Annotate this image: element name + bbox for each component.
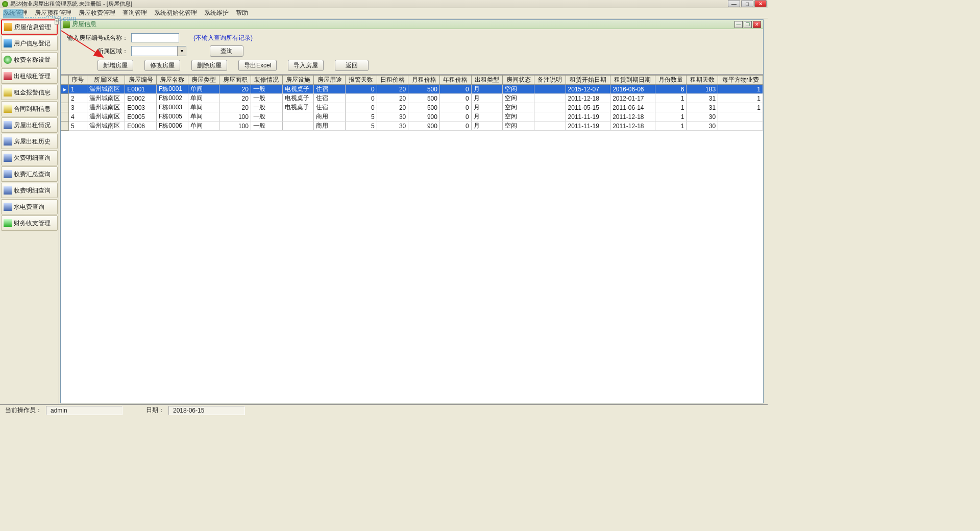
cell: 31 [687, 103, 718, 112]
cell: 1 [655, 94, 687, 103]
cell: 30 [377, 112, 408, 122]
cell: 2011-12-18 [610, 112, 655, 122]
sidebar-item-fee-summary[interactable]: 收费汇总查询 [1, 166, 58, 182]
menu-fee[interactable]: 房屋收费管理 [79, 9, 115, 17]
cell: 20 [219, 94, 251, 103]
col-header[interactable]: 月份数量 [655, 76, 687, 85]
col-header[interactable]: 出租类型 [471, 76, 503, 85]
cell: 500 [408, 94, 440, 103]
menu-query[interactable]: 查询管理 [122, 9, 147, 17]
sidebar-item-rent-alarm[interactable]: 租金报警信息 [1, 85, 58, 100]
cell: 0 [439, 122, 471, 131]
rent-icon [4, 72, 12, 80]
sidebar-item-arrears-detail[interactable]: 欠费明细查询 [1, 150, 58, 165]
table-row[interactable]: 5温州城南区E0006F栋0006单间100一般商用5309000月空闲2011… [61, 122, 763, 131]
sidebar-item-rent-renew[interactable]: 出租续租管理 [1, 68, 58, 84]
menu-prerent[interactable]: 房屋预租管理 [35, 9, 71, 17]
col-header[interactable]: 房屋类型 [188, 76, 219, 85]
menu-help[interactable]: 帮助 [236, 9, 248, 17]
add-house-button[interactable]: 新增房屋 [97, 60, 133, 71]
table-row[interactable]: 3温州城南区E0003F栋0003单间20一般电视桌子住宿0205000月空闲2… [61, 103, 763, 112]
cell: 2015-12-07 [566, 85, 610, 94]
cell: 一般 [251, 103, 282, 112]
col-header[interactable]: 房屋编号 [125, 76, 157, 85]
col-header[interactable]: 日租价格 [377, 76, 408, 85]
sidebar-item-rent-history[interactable]: 房屋出租历史 [1, 134, 58, 149]
menu-maintain[interactable]: 系统维护 [204, 9, 229, 17]
cell: 单间 [188, 103, 219, 112]
cell: 5 [345, 112, 377, 122]
child-minimize-button[interactable]: — [734, 21, 743, 28]
cell [534, 112, 566, 122]
cell: 月 [471, 103, 503, 112]
cell [534, 103, 566, 112]
table-wrap[interactable]: 序号所属区域房屋编号房屋名称房屋类型房屋面积装修情况房屋设施房屋用途报警天数日租… [61, 75, 763, 403]
minimize-button[interactable]: — [728, 0, 740, 7]
window-title: 易达物业房屋出租管理系统 未注册版 - [房屋信息] [10, 0, 132, 8]
cell: 0 [345, 103, 377, 112]
col-header[interactable]: 装修情况 [251, 76, 282, 85]
cell: 空闲 [503, 103, 534, 112]
col-header[interactable]: 序号 [69, 76, 87, 85]
sidebar-item-house-info[interactable]: 房屋信息管理 [1, 19, 58, 35]
col-header[interactable]: 房屋面积 [219, 76, 251, 85]
cell: 3 [69, 103, 87, 112]
child-restore-button[interactable]: ❐ [744, 21, 752, 28]
col-header[interactable]: 备注说明 [534, 76, 566, 85]
table-row[interactable]: 1温州城南区E0001F栋0001单间20一般电视桌子住宿0205000月空闲2… [61, 85, 763, 94]
sidebar-item-label: 用户信息登记 [14, 39, 51, 48]
col-header[interactable]: 报警天数 [345, 76, 377, 85]
col-header[interactable]: 租赁开始日期 [566, 76, 610, 85]
col-header[interactable]: 所属区域 [87, 76, 125, 85]
export-excel-button[interactable]: 导出Excel [238, 60, 277, 71]
sidebar-item-finance[interactable]: 财务收支管理 [1, 215, 58, 231]
col-header[interactable]: 每平方物业费 [718, 76, 763, 85]
table-row[interactable]: 2温州城南区E0002F栋0002单间20一般电视桌子住宿0205000月空闲2… [61, 94, 763, 103]
cell: 2011-11-19 [566, 112, 610, 122]
sidebar-item-fee-name[interactable]: 收费名称设置 [1, 52, 58, 67]
cell: 20 [219, 85, 251, 94]
house-code-input[interactable] [131, 33, 179, 42]
col-header[interactable]: 月租价格 [408, 76, 440, 85]
sidebar-item-utility[interactable]: 水电费查询 [1, 199, 58, 214]
sidebar-item-fee-detail[interactable]: 收费明细查询 [1, 183, 58, 198]
delete-house-button[interactable]: 删除房屋 [191, 60, 227, 71]
col-header[interactable]: 房屋设施 [282, 76, 314, 85]
sidebar-collapse-handle[interactable]: « [55, 18, 59, 25]
return-button[interactable]: 返回 [335, 60, 369, 71]
sidebar-item-contract-expire[interactable]: 合同到期信息 [1, 101, 58, 116]
sidebar-item-label: 水电费查询 [14, 203, 44, 211]
document-icon [4, 137, 12, 146]
sidebar-item-user-register[interactable]: 用户信息登记 [1, 36, 58, 51]
cell: 月 [471, 122, 503, 131]
row-indicator [61, 112, 69, 122]
col-header[interactable]: 房屋用途 [314, 76, 346, 85]
col-header[interactable]: 房间状态 [503, 76, 534, 85]
col-header[interactable]: 年租价格 [439, 76, 471, 85]
cell: F栋0002 [157, 94, 188, 103]
name-label: 输入房屋编号或名称： [67, 34, 128, 42]
child-title-text: 房屋信息 [72, 20, 96, 29]
close-button[interactable]: ✕ [754, 0, 767, 7]
area-combo[interactable] [131, 46, 186, 56]
menu-init[interactable]: 系统初始化管理 [154, 9, 197, 17]
row-indicator [61, 103, 69, 112]
cell: 商用 [314, 122, 346, 131]
house-icon [4, 23, 12, 31]
cell: 2011-12-18 [566, 94, 610, 103]
cell: 单间 [188, 122, 219, 131]
col-header[interactable]: 租期天数 [687, 76, 718, 85]
edit-house-button[interactable]: 修改房屋 [144, 60, 180, 71]
import-house-button[interactable]: 导入房屋 [288, 60, 324, 71]
table-row[interactable]: 4温州城南区E0005F栋0005单间100一般商用5309000月空闲2011… [61, 112, 763, 122]
cell: 1 [655, 103, 687, 112]
title-bar: 易达物业房屋出租管理系统 未注册版 - [房屋信息] — □ ✕ [0, 0, 768, 8]
col-header[interactable]: 租赁到期日期 [610, 76, 655, 85]
child-close-button[interactable]: ✕ [753, 21, 761, 28]
sidebar-item-rent-status[interactable]: 房屋出租情况 [1, 117, 58, 133]
maximize-button[interactable]: □ [741, 0, 753, 7]
menu-system[interactable]: 系统管理 [3, 9, 28, 17]
cell: 空闲 [503, 112, 534, 122]
query-button[interactable]: 查询 [210, 45, 243, 57]
col-header[interactable]: 房屋名称 [157, 76, 188, 85]
